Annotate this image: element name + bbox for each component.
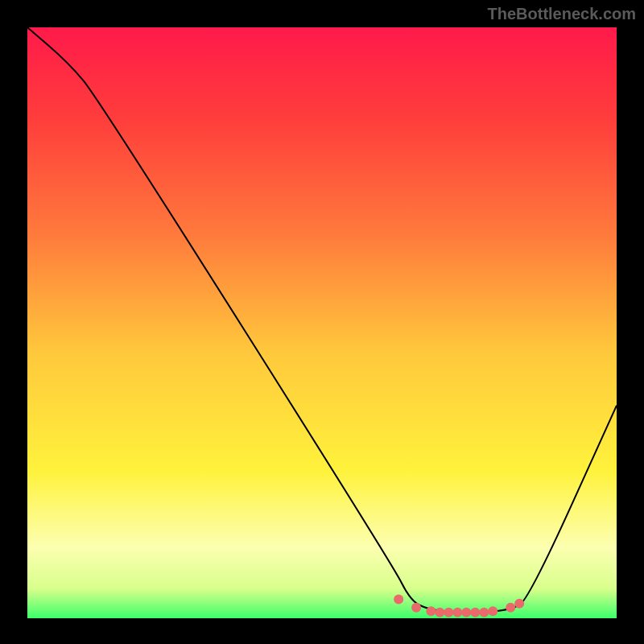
data-point	[435, 608, 444, 617]
chart-svg	[0, 0, 644, 644]
data-point	[394, 595, 403, 605]
data-point	[411, 603, 421, 613]
data-point	[452, 608, 462, 617]
data-point	[514, 599, 524, 609]
data-point	[426, 606, 436, 616]
data-point	[444, 608, 453, 617]
watermark-text: TheBottleneck.com	[488, 5, 636, 23]
data-point	[461, 608, 471, 617]
data-point	[506, 603, 515, 613]
data-point	[488, 606, 497, 616]
data-point	[470, 608, 480, 617]
plot-background	[27, 27, 617, 618]
chart-container: TheBottleneck.com	[0, 0, 644, 644]
data-point	[479, 608, 489, 617]
